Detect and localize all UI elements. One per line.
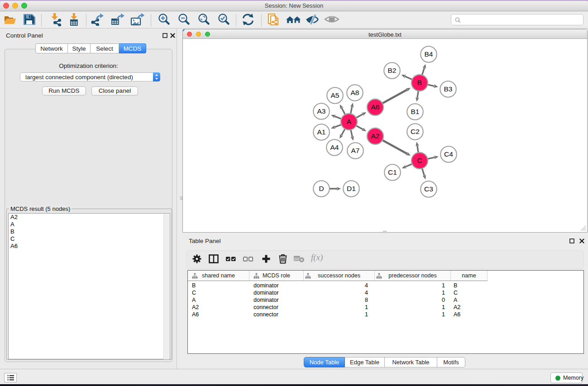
svg-text:B2: B2	[388, 67, 397, 74]
svg-text:A3: A3	[317, 107, 326, 115]
svg-text:A8: A8	[351, 89, 359, 96]
svg-text:A6: A6	[371, 103, 380, 111]
svg-text:B: B	[417, 79, 422, 86]
svg-text:B3: B3	[444, 85, 453, 93]
svg-text:C2: C2	[411, 128, 420, 135]
svg-text:C1: C1	[388, 168, 397, 176]
svg-text:C4: C4	[444, 150, 453, 158]
svg-text:C: C	[417, 157, 422, 164]
svg-text:A4: A4	[330, 143, 339, 151]
svg-text:B4: B4	[425, 50, 433, 58]
svg-text:D1: D1	[347, 185, 356, 192]
svg-text:C3: C3	[424, 185, 433, 193]
svg-text:A1: A1	[317, 128, 326, 136]
svg-text:A5: A5	[331, 91, 339, 99]
svg-text:D: D	[319, 185, 324, 192]
svg-text:A2: A2	[371, 132, 380, 140]
svg-text:A: A	[347, 118, 352, 125]
svg-text:A7: A7	[351, 147, 360, 154]
svg-text:B1: B1	[411, 108, 420, 115]
